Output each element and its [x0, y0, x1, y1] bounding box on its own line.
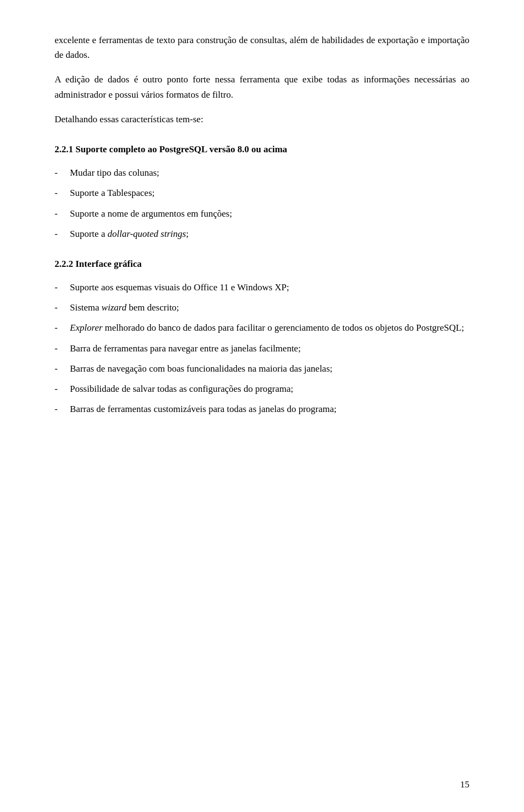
list-item: - Possibilidade de salvar todas as confi…	[55, 381, 469, 396]
item-text: Suporte a nome de argumentos em funções;	[70, 206, 469, 221]
dash: -	[55, 206, 66, 221]
dash: -	[55, 280, 66, 295]
section-2-2-1-heading: 2.2.1 Suporte completo ao PostgreSQL ver…	[55, 142, 469, 157]
item-text-italic: Suporte a dollar-quoted strings;	[70, 226, 469, 241]
page: excelente e ferramentas de texto para co…	[0, 0, 524, 812]
text-after-italic: bem descrito;	[127, 302, 179, 313]
list-item: - Suporte aos esquemas visuais do Office…	[55, 280, 469, 295]
section-2-2-2-list: - Suporte aos esquemas visuais do Office…	[55, 280, 469, 416]
section-2-2-2-heading: 2.2.2 Interface gráfica	[55, 256, 469, 271]
item-text: Suporte aos esquemas visuais do Office 1…	[70, 280, 469, 295]
intro-paragraph-3: Detalhando essas características tem-se:	[55, 112, 469, 127]
dash: -	[55, 320, 66, 335]
section-2-2-1-list: - Mudar tipo das colunas; - Suporte a Ta…	[55, 165, 469, 241]
dash: -	[55, 165, 66, 180]
intro-paragraph-2: A edição de dados é outro ponto forte ne…	[55, 72, 469, 101]
dash: -	[55, 186, 66, 200]
text-before-italic: Suporte a	[70, 229, 108, 239]
item-text-italic: Sistema wizard bem descrito;	[70, 300, 469, 315]
item-text: Mudar tipo das colunas;	[70, 165, 469, 180]
list-item: - Explorer melhorado do banco de dados p…	[55, 320, 469, 335]
item-text: Barras de ferramentas customizáveis para…	[70, 402, 469, 416]
intro-paragraph-1: excelente e ferramentas de texto para co…	[55, 33, 469, 62]
list-item: - Suporte a Tablespaces;	[55, 186, 469, 200]
item-text: Barras de navegação com boas funcionalid…	[70, 361, 469, 376]
italic-text: wizard	[102, 302, 127, 313]
list-item: - Suporte a nome de argumentos em funçõe…	[55, 206, 469, 221]
dash: -	[55, 226, 66, 241]
item-text: Barra de ferramentas para navegar entre …	[70, 341, 469, 356]
dash: -	[55, 341, 66, 356]
text-before-italic: Sistema	[70, 302, 102, 313]
italic-text: dollar-quoted strings	[108, 229, 186, 239]
dash: -	[55, 361, 66, 376]
italic-text: Explorer	[70, 323, 103, 333]
main-content: excelente e ferramentas de texto para co…	[55, 33, 469, 416]
item-text: Possibilidade de salvar todas as configu…	[70, 381, 469, 396]
item-text: Suporte a Tablespaces;	[70, 186, 469, 200]
list-item: - Barras de ferramentas customizáveis pa…	[55, 402, 469, 416]
list-item: - Mudar tipo das colunas;	[55, 165, 469, 180]
dash: -	[55, 402, 66, 416]
text-after-italic: melhorado do banco de dados para facilit…	[103, 323, 464, 333]
text-after-italic: ;	[186, 229, 189, 239]
list-item: - Barras de navegação com boas funcional…	[55, 361, 469, 376]
page-number: 15	[460, 779, 469, 790]
dash: -	[55, 300, 66, 315]
item-text-italic: Explorer melhorado do banco de dados par…	[70, 320, 469, 335]
list-item: - Sistema wizard bem descrito;	[55, 300, 469, 315]
list-item: - Barra de ferramentas para navegar entr…	[55, 341, 469, 356]
list-item: - Suporte a dollar-quoted strings;	[55, 226, 469, 241]
dash: -	[55, 381, 66, 396]
